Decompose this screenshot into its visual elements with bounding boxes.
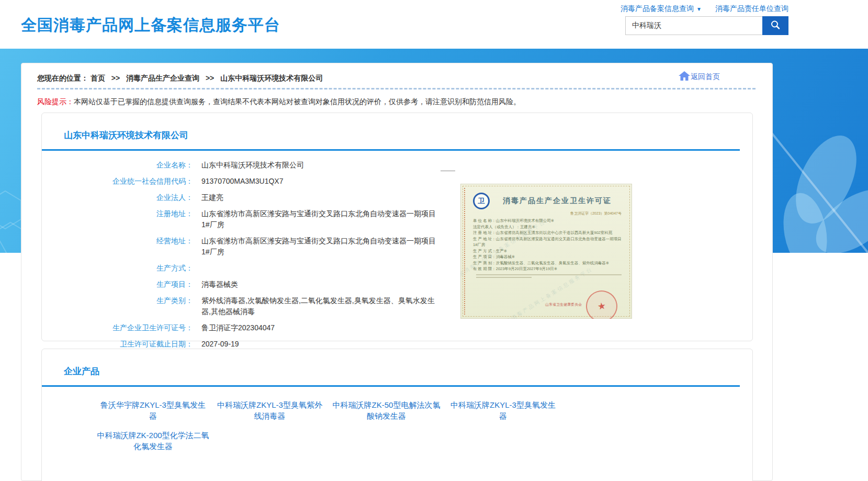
field-row-production-method: 生产方式： [42,260,455,276]
site-title: 全国消毒产品网上备案信息服务平台 [21,15,280,36]
top-header: 全国消毒产品网上备案信息服务平台 消毒产品备案信息查询 ▼ 消毒产品责任单位查询 [0,0,868,49]
breadcrumb-item-enterprise-query[interactable]: 消毒产品生产企业查询 [126,74,199,82]
nav-link-responsible-unit-query[interactable]: 消毒产品责任单位查询 [715,4,788,14]
certificate-issuer: 山东省卫生健康委员会 [545,302,582,307]
field-row-registered-address: 注册地址： 山东省潍坊市高新区潍安路与宝通街交叉路口东北角自动变速器一期项目1#… [42,206,455,233]
breadcrumb-prefix: 您现在的位置： [37,74,88,82]
product-link[interactable]: 中科瑞沃牌ZKYL-3型臭氧紫外线消毒器 [213,399,326,421]
search-box [625,16,788,35]
product-link[interactable]: 中科瑞沃牌ZK-50型电解法次氯酸钠发生器 [330,399,443,421]
certificate-line: 生 产 地 址：山东省潍坊市高新区潍安路与宝通街交叉路口东北角自动变速器一期项目… [473,236,625,248]
certificate-watermark: 全国消毒产品网上备案信息服务平台 [498,265,594,319]
breadcrumb: 您现在的位置： 首页 >> 消毒产品生产企业查询 >> 山东中科瑞沃环境技术有限… [37,72,757,84]
company-fields: 企业名称： 山东中科瑞沃环境技术有限公司 企业统一社会信用代码： 9137070… [42,157,455,352]
field-row-license-number: 生产企业卫生许可证号： 鲁卫消证字202304047 [42,320,455,336]
certificate-line: 生 产 方 式：生产※ [473,248,625,254]
return-home-link[interactable]: 返回首页 [678,71,720,83]
field-row-production-category: 生产类别： 紫外线消毒器,次氯酸钠发生器,二氧化氯发生器,臭氧发生器、臭氧水发生… [42,293,455,320]
dashed-divider [37,88,756,90]
product-list: 鲁沃华宇牌ZKYL-3型臭氧发生器 中科瑞沃牌ZKYL-3型臭氧紫外线消毒器 中… [42,387,591,460]
field-row-legal-person: 企业法人： 王建亮 [42,189,455,206]
hygiene-license-certificate-image: 全国消毒产品网上备案信息服务平台 全国消毒产品网上备案信息服务平台 卫 消毒产品… [460,184,632,319]
breadcrumb-item-home[interactable]: 首页 [91,74,105,82]
nav-link-record-info-query-label: 消毒产品备案信息查询 [621,4,694,14]
certificate-line: 注 册 地 址：山东省潍坊高新区玉清东街以北中心次干道以西高新大厦902室科苑 [473,230,625,236]
content-panel: 您现在的位置： 首页 >> 消毒产品生产企业查询 >> 山东中科瑞沃环境技术有限… [21,63,773,481]
breadcrumb-separator: >> [111,74,120,82]
return-home-label: 返回首页 [691,72,720,82]
certificate-line: 单 位 名 称：山东中科瑞沃环境技术有限公司※ [473,218,625,224]
top-nav: 消毒产品备案信息查询 ▼ 消毒产品责任单位查询 [621,4,788,14]
chevron-down-icon: ▼ [696,6,702,12]
home-icon [678,71,691,83]
search-button[interactable] [762,16,788,35]
certificate-line: 生 产 项 目：消毒器械※ [473,254,625,260]
breadcrumb-separator: >> [206,74,214,82]
product-link[interactable]: 中科瑞沃牌ZKYL-3型臭氧发生器 [447,399,559,421]
certificate-body: 单 位 名 称：山东中科瑞沃环境技术有限公司※ 法定代表人（或负责人）：王建亮※… [473,218,625,272]
company-products-card: 企业产品 鲁沃华宇牌ZKYL-3型臭氧发生器 中科瑞沃牌ZKYL-3型臭氧紫外线… [41,349,753,481]
product-link[interactable]: 鲁沃华宇牌ZKYL-3型臭氧发生器 [97,399,209,421]
product-link[interactable]: 中科瑞沃牌ZK-200型化学法二氧化氯发生器 [97,430,209,452]
risk-notice-text: 本网站仅基于已掌握的信息提供查询服务，查询结果不代表本网站对被查询对象信用状况的… [74,97,521,106]
search-icon [770,19,781,32]
red-seal-icon: ★ [584,288,619,319]
dash-decoration [441,171,455,171]
certificate-line: 法定代表人（或负责人）：王建亮※ [473,224,625,230]
company-info-card: 山东中科瑞沃环境技术有限公司 企业名称： 山东中科瑞沃环境技术有限公司 企业统一… [41,113,753,341]
card-title-rule [42,149,740,151]
nav-link-record-info-query[interactable]: 消毒产品备案信息查询 ▼ [621,4,702,14]
field-row-business-address: 经营地址： 山东省潍坊市高新区潍安路与宝通街交叉路口东北角自动变速器一期项目1#… [42,233,455,260]
field-row-company-name: 企业名称： 山东中科瑞沃环境技术有限公司 [42,157,455,173]
products-section-title: 企业产品 [64,365,752,377]
certificate-line: 有 效 期 限：2023年9月20日至2027年9月19日※ [473,266,625,272]
field-row-credit-code: 企业统一社会信用代码： 91370700MA3M3U1QX7 [42,173,455,189]
field-row-production-project: 生产项目： 消毒器械类 [42,276,455,293]
search-input[interactable] [625,16,762,35]
risk-notice: 风险提示：本网站仅基于已掌握的信息提供查询服务，查询结果不代表本网站对被查询对象… [37,96,757,107]
company-name-title: 山东中科瑞沃环境技术有限公司 [64,129,752,141]
risk-notice-prefix: 风险提示： [37,97,74,106]
certificate-perforation [464,188,465,315]
certificate-fine-print [476,274,622,278]
health-emblem-icon: 卫 [473,193,490,209]
breadcrumb-item-company: 山东中科瑞沃环境技术有限公司 [220,74,323,82]
certificate-number: 鲁卫消证字（2023）第04047号 [460,211,622,216]
page: 全国消毒产品网上备案信息服务平台 消毒产品备案信息查询 ▼ 消毒产品责任单位查询 [0,0,868,481]
certificate-title: 消毒产品生产企业卫生许可证 [490,196,625,206]
certificate-line: 生 产 类 别：次氯酸钠发生器、二氧化氯发生器、臭氧发生器、紫外线消毒器※ [473,260,625,266]
